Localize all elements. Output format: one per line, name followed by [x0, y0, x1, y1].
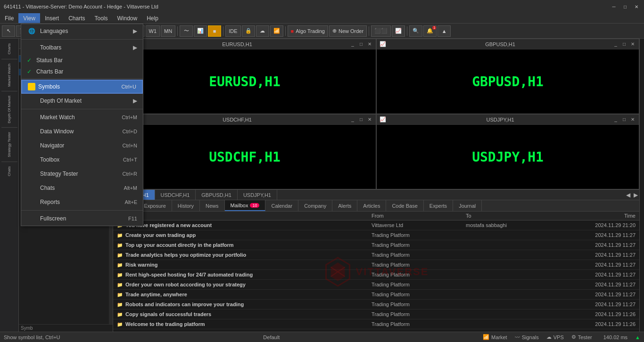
chart-gbpusd-restore[interactable]: □: [621, 41, 627, 48]
toolbars-label: Toolbars: [40, 44, 129, 51]
menu-window[interactable]: Window: [113, 13, 142, 23]
reports-label: Reports: [40, 199, 115, 205]
toolbar-lock[interactable]: 🔒: [242, 25, 255, 37]
status-signals[interactable]: 〰 Signals: [515, 334, 539, 340]
status-tester[interactable]: ⚙ Tester: [571, 334, 592, 340]
connection-icon: ▲: [635, 334, 640, 340]
menu-entry-datawindow[interactable]: Data Window Ctrl+D: [21, 124, 143, 138]
chart-tab-gbpusd[interactable]: GBPUSD,H1: [196, 190, 238, 200]
chart-tab-usdjpy[interactable]: USDJPY,H1: [238, 190, 277, 200]
bottom-tab-mailbox[interactable]: Mailbox 10: [225, 200, 266, 211]
mail-row-1[interactable]: 📁 Create your own trading app Trading Pl…: [113, 230, 639, 240]
menu-entry-symbols[interactable]: Symbols Ctrl+U: [21, 80, 143, 94]
bottom-tab-articles[interactable]: Articles: [357, 200, 386, 211]
mail-row-10[interactable]: 📁 Welcome to the trading platform Tradin…: [113, 319, 639, 329]
bottom-tab-experts[interactable]: Experts: [424, 200, 453, 211]
chart-usdjpy-minimize[interactable]: _: [612, 116, 619, 123]
mail-row-8[interactable]: 📁 Robots and indicators can improve your…: [113, 300, 639, 309]
mail-to-0: mostafa sabbaghi: [466, 222, 560, 228]
mail-row-0[interactable]: 📁 You have registered a new account Vitt…: [113, 220, 639, 230]
menu-file[interactable]: File: [0, 13, 18, 23]
minimize-button[interactable]: ─: [610, 3, 618, 10]
toolbar-search[interactable]: 🔍: [409, 25, 422, 37]
menu-entry-languages[interactable]: 🌐 Languages ▶: [21, 24, 143, 38]
toolbar-cloud[interactable]: ☁: [256, 25, 269, 37]
menu-entry-toolbox[interactable]: Toolbox Ctrl+T: [21, 153, 143, 167]
close-button[interactable]: ✕: [633, 3, 640, 10]
bottom-tab-exposure[interactable]: Exposure: [138, 200, 172, 211]
tf-w1[interactable]: W1: [146, 25, 160, 37]
mailbox-content: VITTAVERSE Subject From To Time 📁 You ha…: [113, 212, 639, 332]
menu-entry-fullscreen[interactable]: Fullscreen F11: [21, 212, 143, 226]
bottom-tab-journal[interactable]: Journal: [453, 200, 482, 211]
mail-row-4[interactable]: 📁 Risk warning Trading Platform 2024.11.…: [113, 260, 639, 270]
bottom-tab-news[interactable]: News: [200, 200, 225, 211]
chart-usdchf-close[interactable]: ✕: [366, 116, 373, 123]
algo-trading-button[interactable]: ■ Algo Trading: [288, 25, 328, 37]
mail-row-7[interactable]: 📁 Trade anytime, anywhere Trading Platfo…: [113, 290, 639, 300]
maximize-button[interactable]: □: [621, 3, 629, 10]
sidebar-item-charts[interactable]: Charts: [6, 41, 12, 57]
menu-entry-marketwatch[interactable]: Market Watch Ctrl+M: [21, 110, 143, 124]
chart-gbpusd-close[interactable]: ✕: [629, 41, 636, 48]
menu-entry-statusbar[interactable]: ✓ Status Bar: [21, 55, 143, 66]
toolbar-notifications[interactable]: 🔔1: [423, 25, 437, 37]
status-vps[interactable]: ☁ VPS: [546, 334, 564, 340]
tf-mn[interactable]: MN: [161, 25, 175, 37]
toolbar-zoom-in[interactable]: ▲: [438, 25, 451, 37]
chart-eurusd-maximize[interactable]: □: [358, 41, 364, 48]
toolbar-levels[interactable]: ⬛⬛: [371, 25, 391, 37]
bottom-tab-history[interactable]: History: [172, 200, 200, 211]
bottom-tab-alerts[interactable]: Alerts: [332, 200, 357, 211]
chart-usdchf-restore[interactable]: □: [358, 116, 364, 123]
mail-row-6[interactable]: 📁 Order your own robot according to your…: [113, 280, 639, 290]
bottom-tab-calendar[interactable]: Calendar: [265, 200, 298, 211]
chart-tabs-scroll-left[interactable]: ◀: [624, 190, 632, 200]
chart-tab-usdchf[interactable]: USDCHF,H1: [155, 190, 196, 200]
toolbar-ide[interactable]: IDE: [225, 25, 240, 37]
chart-eurusd-minimize[interactable]: _: [349, 41, 356, 48]
statusbar-check: ✓: [27, 57, 34, 64]
sidebar-item-strategy-tester[interactable]: Strategy Tester: [6, 129, 12, 160]
menu-insert[interactable]: Insert: [40, 13, 64, 23]
toolbar-yellow-btn[interactable]: ■: [208, 25, 221, 37]
menu-entry-reports[interactable]: Reports Alt+E: [21, 195, 143, 209]
menu-entry-chats[interactable]: Chats Alt+M: [21, 181, 143, 195]
menu-help[interactable]: Help: [142, 13, 163, 23]
menu-entry-chartsbar[interactable]: ✓ Charts Bar: [21, 66, 143, 77]
mailbox-badge: 10: [250, 203, 259, 208]
chart-usdchf-titlebar: 📈 USDCHF,H1 _ □ ✕: [114, 114, 376, 125]
mail-row-3[interactable]: 📁 Trade analytics helps you optimize you…: [113, 250, 639, 260]
mail-row-9[interactable]: 📁 Copy signals of successful traders Tra…: [113, 309, 639, 319]
toolbar-indicator[interactable]: 📊: [194, 25, 207, 37]
sidebar-item-chats[interactable]: Chats: [6, 163, 12, 179]
toolbar-line-type[interactable]: 〜: [180, 25, 193, 37]
new-order-button[interactable]: ⊕ New Order: [329, 25, 367, 37]
chart-usdjpy-close[interactable]: ✕: [629, 116, 636, 123]
toolbar-signal[interactable]: 📶: [270, 25, 283, 37]
mail-row-2[interactable]: 📁 Top up your account directly in the pl…: [113, 240, 639, 250]
menu-tools[interactable]: Tools: [90, 13, 113, 23]
toolbar-pointer[interactable]: ↖: [2, 25, 15, 37]
symbols-icon: [28, 83, 35, 90]
sidebar-item-depth[interactable]: Depth Of Market: [6, 93, 12, 126]
bottom-tab-company[interactable]: Company: [298, 200, 332, 211]
col-header-time: Time: [560, 213, 636, 219]
chart-usdjpy: 📈 USDJPY,H1 _ □ ✕ USDJPY,H1: [376, 114, 639, 189]
chart-eurusd-close[interactable]: ✕: [366, 41, 373, 48]
menu-entry-depth[interactable]: Depth Of Market ▶: [21, 94, 143, 108]
toolbar-chart-up[interactable]: 📈: [392, 25, 405, 37]
menu-entry-toolbars[interactable]: Toolbars ▶: [21, 41, 143, 55]
menu-charts[interactable]: Charts: [64, 13, 90, 23]
mail-row-5[interactable]: 📁 Rent high-speed hosting for 24/7 autom…: [113, 270, 639, 280]
status-market[interactable]: 📶 Market: [483, 334, 507, 340]
menu-view[interactable]: View: [18, 13, 40, 23]
menu-entry-navigator[interactable]: Navigator Ctrl+N: [21, 138, 143, 153]
bottom-tab-codebase[interactable]: Code Base: [386, 200, 423, 211]
menu-entry-strategytester[interactable]: Strategy Tester Ctrl+R: [21, 167, 143, 181]
chart-tabs-scroll-right[interactable]: ▶: [632, 190, 639, 200]
chart-usdjpy-restore[interactable]: □: [621, 116, 627, 123]
sidebar-item-market-watch[interactable]: Market Watch: [6, 61, 12, 90]
chart-gbpusd-minimize[interactable]: _: [612, 41, 619, 48]
chart-usdchf-minimize[interactable]: _: [349, 116, 356, 123]
